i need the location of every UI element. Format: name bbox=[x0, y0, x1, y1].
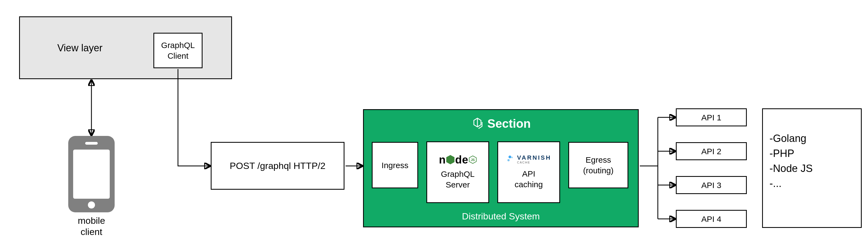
svg-point-5 bbox=[507, 159, 509, 161]
graphql-client-label: GraphQL Client bbox=[161, 40, 195, 61]
mobile-client-label: mobile client bbox=[0, 215, 183, 238]
view-layer-label: View layer bbox=[57, 42, 102, 54]
http-request-box: POST /graphql HTTP/2 bbox=[211, 142, 344, 190]
svg-point-3 bbox=[508, 156, 511, 158]
api-1-box: API 1 bbox=[676, 109, 747, 126]
api-2-label: API 2 bbox=[701, 146, 721, 157]
api-1-label: API 1 bbox=[701, 112, 721, 123]
api-4-label: API 4 bbox=[701, 214, 721, 224]
varnish-sub-label: CACHE bbox=[517, 161, 530, 164]
section-brand-label: Section bbox=[488, 117, 531, 130]
varnish-brand-label: VARNISH bbox=[517, 154, 551, 161]
nodejs-logo-text: n bbox=[439, 154, 446, 166]
varnish-box: VARNISH CACHE API caching bbox=[497, 141, 560, 203]
graphql-client-box: GraphQL Client bbox=[153, 33, 203, 68]
api-3-label: API 3 bbox=[701, 180, 721, 190]
section-brand-row: Section bbox=[364, 117, 638, 131]
ingress-box: Ingress bbox=[372, 142, 418, 188]
svg-text:JS: JS bbox=[471, 158, 475, 162]
api-2-box: API 2 bbox=[676, 142, 747, 160]
api-3-box: API 3 bbox=[676, 176, 747, 194]
nodejs-logo: n de JS bbox=[439, 154, 476, 166]
egress-label: Egress (routing) bbox=[583, 154, 614, 176]
graphql-server-box: n de JS GraphQL Server bbox=[426, 141, 489, 203]
lang-php: -PHP bbox=[770, 146, 854, 161]
svg-marker-0 bbox=[446, 155, 455, 164]
varnish-label: API caching bbox=[515, 169, 542, 190]
section-logo-icon bbox=[471, 117, 484, 131]
ingress-label: Ingress bbox=[381, 160, 408, 171]
mobile-phone-icon bbox=[68, 136, 115, 212]
nodejs-hex-icon bbox=[446, 154, 455, 165]
section-footer-label: Distributed System bbox=[364, 211, 638, 222]
lang-etc: -... bbox=[770, 176, 854, 191]
http-request-label: POST /graphql HTTP/2 bbox=[230, 160, 326, 172]
lang-nodejs: -Node JS bbox=[770, 161, 854, 176]
languages-box: -Golang -PHP -Node JS -... bbox=[762, 109, 862, 228]
diagram-canvas: View layer GraphQL Client mobile client … bbox=[0, 0, 868, 244]
egress-box: Egress (routing) bbox=[568, 142, 628, 188]
lang-golang: -Golang bbox=[770, 131, 854, 146]
api-4-box: API 4 bbox=[676, 210, 747, 228]
nodejs-js-icon: JS bbox=[469, 156, 476, 164]
varnish-dots-icon bbox=[506, 155, 514, 163]
svg-point-4 bbox=[511, 157, 513, 158]
graphql-server-label: GraphQL Server bbox=[441, 169, 474, 190]
